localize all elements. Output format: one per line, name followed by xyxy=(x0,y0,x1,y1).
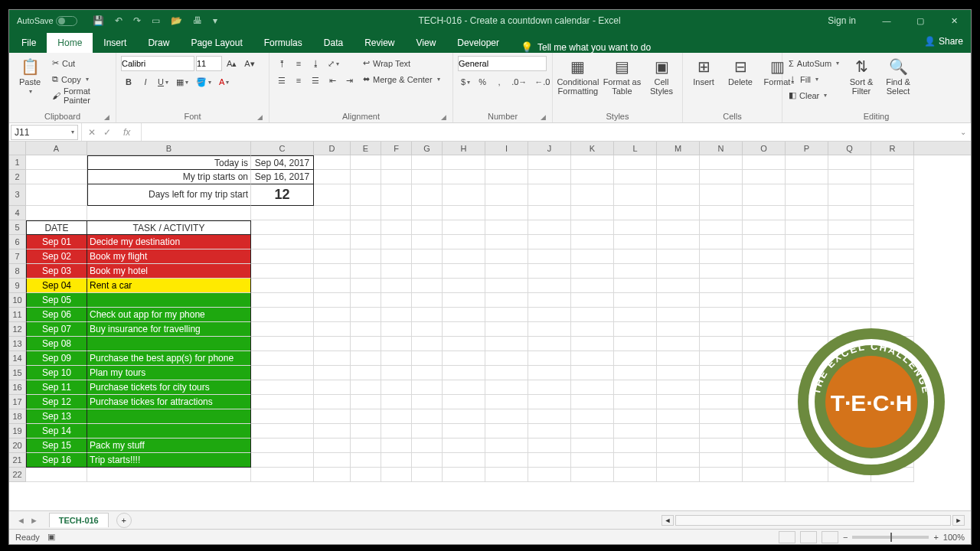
tab-draw[interactable]: Draw xyxy=(137,33,180,53)
cell-K21[interactable] xyxy=(571,453,614,468)
cell-D8[interactable] xyxy=(314,264,351,279)
clear-button[interactable]: ◧Clear▾ xyxy=(787,88,841,103)
find-select-button[interactable]: 🔍Find & Select xyxy=(882,56,914,97)
spreadsheet-grid[interactable]: ABCDEFGHIJKLMNOPQR 1Today isSep 04, 2017… xyxy=(9,142,971,510)
cell-H16[interactable] xyxy=(443,380,485,395)
cell-F10[interactable] xyxy=(381,293,412,308)
increase-indent-icon[interactable]: ⇥ xyxy=(341,73,357,88)
cell-L11[interactable] xyxy=(614,308,657,322)
cell-J1[interactable] xyxy=(528,155,571,170)
cell-F16[interactable] xyxy=(381,380,412,395)
select-all-corner[interactable] xyxy=(9,142,26,155)
cell-E17[interactable] xyxy=(351,395,381,409)
cell-H18[interactable] xyxy=(443,409,485,424)
cell-R7[interactable] xyxy=(871,249,914,264)
cell-D2[interactable] xyxy=(314,170,351,184)
cell-M22[interactable] xyxy=(657,468,700,482)
cell-N11[interactable] xyxy=(700,308,743,322)
cell-E10[interactable] xyxy=(351,293,381,308)
cell-B14[interactable]: Purchase the best app(s) for phone xyxy=(87,351,251,366)
cell-L10[interactable] xyxy=(614,293,657,308)
cell-D22[interactable] xyxy=(314,468,351,482)
cell-C6[interactable] xyxy=(251,235,314,249)
cell-I19[interactable] xyxy=(485,424,528,439)
cell-A17[interactable]: Sep 12 xyxy=(26,395,87,409)
cell-E7[interactable] xyxy=(351,249,381,264)
row-header[interactable]: 3 xyxy=(9,184,26,206)
cell-D14[interactable] xyxy=(314,351,351,366)
cell-J7[interactable] xyxy=(528,249,571,264)
close-icon[interactable]: ✕ xyxy=(937,16,971,26)
cell-G13[interactable] xyxy=(412,337,443,351)
cell-H20[interactable] xyxy=(443,439,485,453)
cell-L5[interactable] xyxy=(614,220,657,235)
cell-A1[interactable] xyxy=(26,155,87,170)
cell-C7[interactable] xyxy=(251,249,314,264)
cell-M6[interactable] xyxy=(657,235,700,249)
cell-F14[interactable] xyxy=(381,351,412,366)
cell-G5[interactable] xyxy=(412,220,443,235)
cell-P9[interactable] xyxy=(786,279,828,293)
cell-D18[interactable] xyxy=(314,409,351,424)
cell-J18[interactable] xyxy=(528,409,571,424)
cell-H5[interactable] xyxy=(443,220,485,235)
cell-J15[interactable] xyxy=(528,366,571,380)
cell-D13[interactable] xyxy=(314,337,351,351)
cell-B16[interactable]: Purchase tickets for city tours xyxy=(87,380,251,395)
zoom-slider[interactable] xyxy=(852,536,929,539)
row-header[interactable]: 6 xyxy=(9,235,26,249)
cell-F22[interactable] xyxy=(381,468,412,482)
cell-M5[interactable] xyxy=(657,220,700,235)
cell-N14[interactable] xyxy=(700,351,743,366)
cell-F19[interactable] xyxy=(381,424,412,439)
sign-in-link[interactable]: Sign in xyxy=(814,15,870,26)
cell-M13[interactable] xyxy=(657,337,700,351)
cell-J11[interactable] xyxy=(528,308,571,322)
cell-O3[interactable] xyxy=(743,184,786,206)
dialog-launcher-icon[interactable]: ◢ xyxy=(541,113,546,121)
cell-L8[interactable] xyxy=(614,264,657,279)
cell-F11[interactable] xyxy=(381,308,412,322)
cell-O8[interactable] xyxy=(743,264,786,279)
cell-D20[interactable] xyxy=(314,439,351,453)
cell-G22[interactable] xyxy=(412,468,443,482)
cell-E8[interactable] xyxy=(351,264,381,279)
cell-C13[interactable] xyxy=(251,337,314,351)
percent-icon[interactable]: % xyxy=(475,74,490,90)
tab-insert[interactable]: Insert xyxy=(93,33,137,53)
col-header-F[interactable]: F xyxy=(381,142,412,155)
cell-L2[interactable] xyxy=(614,170,657,184)
cell-M12[interactable] xyxy=(657,322,700,337)
cell-A10[interactable]: Sep 05 xyxy=(26,293,87,308)
cell-E13[interactable] xyxy=(351,337,381,351)
cell-A11[interactable]: Sep 06 xyxy=(26,308,87,322)
cell-L3[interactable] xyxy=(614,184,657,206)
cell-B8[interactable]: Book my hotel xyxy=(87,264,251,279)
col-header-H[interactable]: H xyxy=(443,142,485,155)
row-header[interactable]: 5 xyxy=(9,220,26,235)
cell-H17[interactable] xyxy=(443,395,485,409)
cell-P3[interactable] xyxy=(786,184,828,206)
cell-N18[interactable] xyxy=(700,409,743,424)
cell-M3[interactable] xyxy=(657,184,700,206)
delete-cells-button[interactable]: ⊟Delete xyxy=(724,56,756,88)
accounting-icon[interactable]: $▾ xyxy=(458,74,473,90)
increase-decimal-icon[interactable]: .0→ xyxy=(508,74,530,90)
number-format-combo[interactable] xyxy=(458,56,547,71)
cell-R10[interactable] xyxy=(871,293,914,308)
cell-M15[interactable] xyxy=(657,366,700,380)
row-header[interactable]: 17 xyxy=(9,395,26,409)
fill-color-button[interactable]: 🪣▾ xyxy=(193,74,214,90)
row-header[interactable]: 16 xyxy=(9,380,26,395)
increase-font-icon[interactable]: A▴ xyxy=(224,56,240,71)
cell-O13[interactable] xyxy=(743,337,786,351)
normal-view-button[interactable] xyxy=(779,531,795,543)
formula-input[interactable] xyxy=(142,123,971,141)
cell-D16[interactable] xyxy=(314,380,351,395)
cell-H22[interactable] xyxy=(443,468,485,482)
row-header[interactable]: 21 xyxy=(9,453,26,468)
cell-M8[interactable] xyxy=(657,264,700,279)
cell-D15[interactable] xyxy=(314,366,351,380)
cell-F15[interactable] xyxy=(381,366,412,380)
cell-F1[interactable] xyxy=(381,155,412,170)
